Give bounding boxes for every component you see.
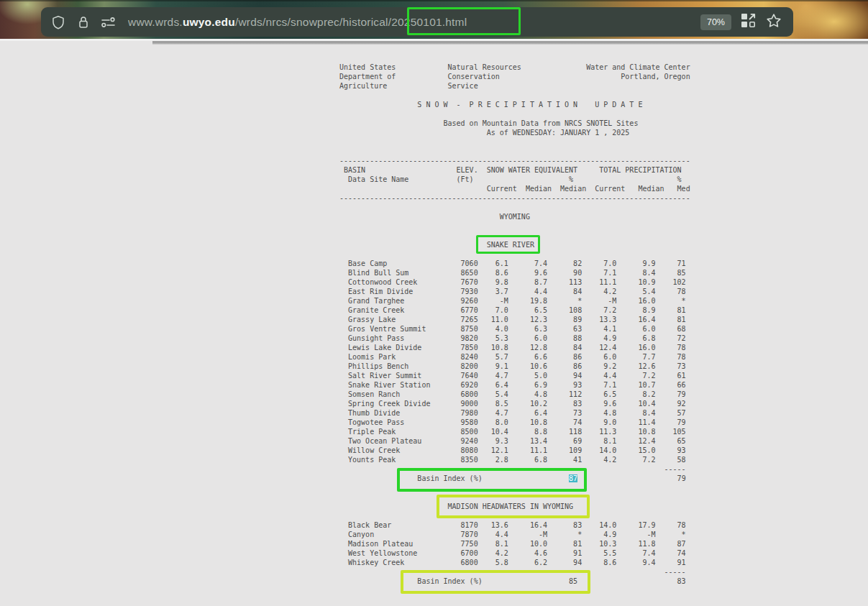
bookmark-star-icon — [766, 19, 782, 31]
report-pre[interactable]: United States Natural Resources Water an… — [339, 63, 690, 586]
lock-button[interactable] — [76, 15, 91, 29]
url-prefix: www.wrds. — [128, 16, 183, 28]
permissions-button[interactable] — [101, 15, 116, 29]
permissions-icon — [101, 15, 117, 29]
web-page: United States Natural Resources Water an… — [0, 39, 868, 606]
browser-url-bar: www.wrds.uwyo.edu/wrds/nrcs/snowprec/his… — [41, 7, 793, 37]
frame-top-border — [152, 41, 868, 45]
url-domain: uwyo.edu — [183, 16, 235, 28]
shield-button[interactable] — [51, 15, 65, 29]
panels-button[interactable] — [741, 13, 756, 31]
selected-basin-index-value: 87 — [569, 474, 577, 482]
url-file: 20250101.html — [391, 16, 467, 28]
zoom-reset-button[interactable]: 70% — [700, 14, 731, 30]
url-field[interactable]: www.wrds.uwyo.edu/wrds/nrcs/snowprec/his… — [128, 16, 700, 29]
shield-icon — [51, 15, 65, 29]
url-path: /wrds/nrcs/snowprec/historical/ — [235, 16, 391, 28]
panels-arrow-icon — [741, 18, 756, 30]
lock-icon — [76, 15, 91, 29]
bookmark-button[interactable] — [766, 13, 782, 32]
